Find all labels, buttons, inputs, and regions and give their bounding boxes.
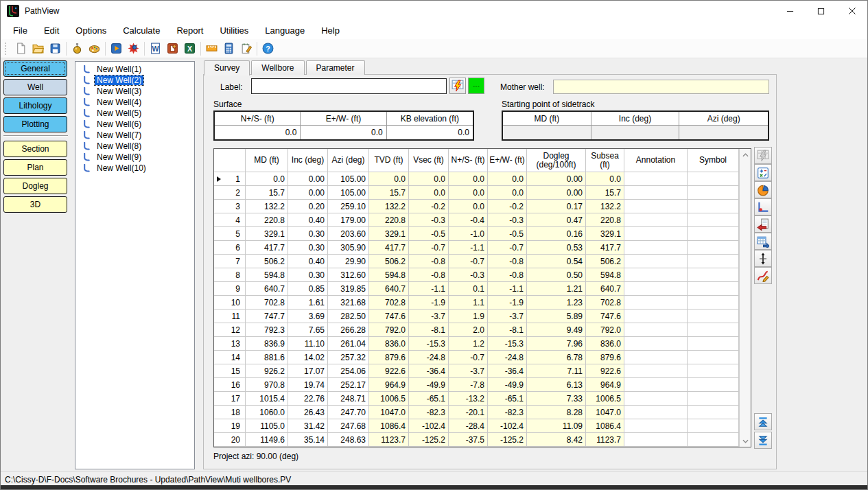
inc-cell[interactable]: 0.30 [288,227,328,241]
subsea-cell[interactable]: 747.6 [586,310,624,323]
close-button[interactable] [836,1,867,21]
annotation-cell[interactable] [624,323,688,337]
value-cell[interactable] [591,126,680,139]
tvd-cell[interactable]: 922.6 [369,364,409,378]
row-header[interactable]: 20 [214,433,246,447]
tvd-cell[interactable]: 1086.4 [369,419,409,433]
ns-cell[interactable]: -37.5 [449,433,488,447]
inc-cell[interactable]: 0.40 [288,255,328,268]
menu-language[interactable]: Language [257,23,313,38]
scrollbar-up-button[interactable] [740,149,751,161]
col-header-n-s-ft[interactable]: N+/S- (ft) [449,149,488,172]
azi-cell[interactable]: 252.17 [328,378,369,392]
symbol-cell[interactable] [688,172,739,186]
dogleg-cell[interactable]: 7.33 [527,392,586,406]
tvd-cell[interactable]: 132.2 [369,200,409,213]
inc-cell[interactable]: 0.40 [288,213,328,227]
sidebar-button-lithology[interactable]: Lithology [3,97,67,114]
dogleg-cell[interactable]: 0.47 [527,213,586,227]
scroll-top-button[interactable] [754,413,772,430]
azi-cell[interactable]: 29.90 [328,255,369,268]
subsea-cell[interactable]: 15.7 [586,186,624,200]
annotation-cell[interactable] [624,364,688,378]
ew-cell[interactable]: -0.5 [488,227,527,241]
ew-cell[interactable]: 0.0 [488,186,527,200]
row-header[interactable]: 4 [214,213,246,227]
dogleg-cell[interactable]: 8.42 [527,433,586,447]
azi-cell[interactable]: 247.70 [328,406,369,419]
annotation-cell[interactable] [624,310,688,323]
ew-cell[interactable]: -3.7 [488,310,527,323]
md-cell[interactable]: 881.6 [246,351,288,364]
palette-button[interactable] [86,40,103,57]
tvd-cell[interactable]: 792.0 [369,323,409,337]
subsea-cell[interactable]: 792.0 [586,323,624,337]
tvd-cell[interactable]: 594.8 [369,268,409,282]
ns-cell[interactable]: -28.4 [449,419,488,433]
tvd-cell[interactable]: 0.0 [369,172,409,186]
subsea-cell[interactable]: 640.7 [586,282,624,296]
md-cell[interactable]: 417.7 [246,241,288,255]
sidebar-button-plan[interactable]: Plan [3,159,67,176]
pie-3d-button[interactable] [754,181,772,198]
menu-file[interactable]: File [5,23,36,38]
label-autofill-button[interactable] [449,78,466,94]
ns-cell[interactable]: 0.1 [449,282,488,296]
tree-item-new-well-7[interactable]: New Well(7) [75,130,194,141]
vsec-cell[interactable]: -8.1 [409,323,449,337]
vsec-cell[interactable]: -65.1 [409,392,449,406]
azi-cell[interactable]: 248.63 [328,433,369,447]
ns-cell[interactable]: -0.7 [449,351,488,364]
value-cell[interactable] [679,126,768,139]
inc-cell[interactable]: 14.02 [288,351,328,364]
mother-well-input[interactable] [553,80,769,94]
symbol-cell[interactable] [688,200,739,213]
vsec-cell[interactable]: -0.5 [409,227,449,241]
inc-cell[interactable]: 17.07 [288,364,328,378]
ew-cell[interactable]: -0.7 [488,241,527,255]
tree-item-new-well-8[interactable]: New Well(8) [75,141,194,152]
notes-edit-button[interactable] [237,40,255,57]
new-file-button[interactable] [12,40,30,57]
edit-trajectory-button[interactable] [754,267,772,284]
md-cell[interactable]: 506.2 [246,255,288,268]
subsea-cell[interactable]: 1123.7 [586,433,624,447]
tree-item-new-well-6[interactable]: New Well(6) [75,119,194,130]
azi-cell[interactable]: 105.00 [328,186,369,200]
symbol-cell[interactable] [688,337,739,351]
export-survey-button[interactable] [754,233,772,250]
row-header[interactable]: 17 [214,392,246,406]
ns-cell[interactable]: 1.9 [449,310,488,323]
inc-cell[interactable]: 1.61 [288,296,328,310]
ns-cell[interactable]: -0.4 [449,213,488,227]
azi-cell[interactable]: 248.71 [328,392,369,406]
azi-cell[interactable]: 254.06 [328,364,369,378]
vsec-cell[interactable]: -0.8 [409,255,449,268]
tree-item-new-well-4[interactable]: New Well(4) [75,97,194,108]
symbol-cell[interactable] [688,378,739,392]
row-header[interactable]: 6 [214,241,246,255]
ns-cell[interactable]: -0.7 [449,255,488,268]
inc-cell[interactable]: 0.30 [288,241,328,255]
annotation-cell[interactable] [624,282,688,296]
tree-item-new-well-3[interactable]: New Well(3) [75,86,194,97]
vsec-cell[interactable]: -125.2 [409,433,449,447]
maximize-button[interactable] [806,1,836,21]
subsea-cell[interactable]: 1086.4 [586,419,624,433]
vsec-cell[interactable]: 0.0 [409,172,449,186]
col-header-tvd-ft[interactable]: TVD (ft) [369,149,409,172]
annotation-cell[interactable] [624,227,688,241]
vsec-cell[interactable]: -36.4 [409,364,449,378]
ns-cell[interactable]: -0.3 [449,268,488,282]
tab-wellbore[interactable]: Wellbore [251,60,304,75]
ns-cell[interactable]: 0.0 [449,200,488,213]
row-header[interactable]: 15 [214,364,246,378]
tvd-cell[interactable]: 1123.7 [369,433,409,447]
annotation-cell[interactable] [624,213,688,227]
vsec-cell[interactable]: -0.7 [409,241,449,255]
row-header[interactable]: 1 [214,172,246,186]
symbol-cell[interactable] [688,186,739,200]
word-export-button[interactable]: W [147,40,164,57]
symbol-cell[interactable] [688,364,739,378]
md-cell[interactable]: 15.7 [246,186,288,200]
